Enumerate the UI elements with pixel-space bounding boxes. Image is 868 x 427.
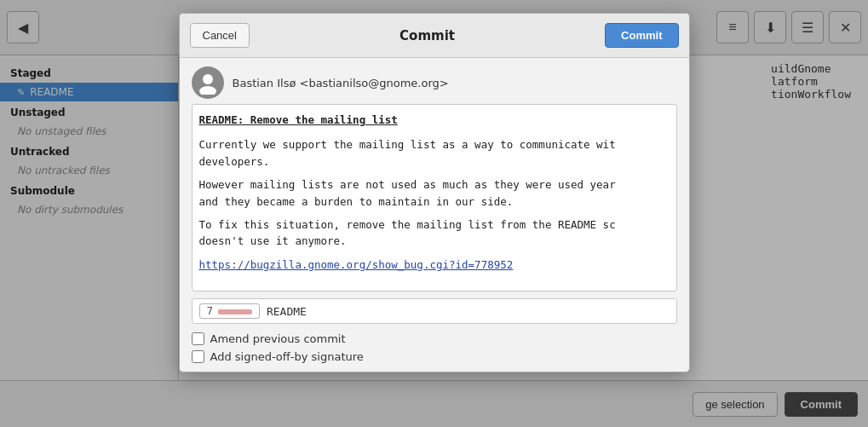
- file-name-label: README: [267, 305, 307, 318]
- msg-line-1: Currently we support the mailing list as…: [199, 136, 670, 153]
- msg-line-2: developers.: [199, 153, 670, 170]
- amend-checkbox-row[interactable]: Amend previous commit: [192, 332, 677, 345]
- amend-label: Amend previous commit: [210, 332, 346, 345]
- file-count-badge: 7: [199, 303, 260, 319]
- dialog-commit-button[interactable]: Commit: [605, 23, 678, 48]
- msg-spacer-1: [199, 170, 670, 176]
- signoff-checkbox-row[interactable]: Add signed-off-by signature: [192, 350, 677, 363]
- commit-dialog: Cancel Commit Commit Bastian Ilsø <basti…: [179, 13, 690, 372]
- commit-message-body: Currently we support the mailing list as…: [199, 136, 670, 273]
- message-title: README: Remove the mailing list: [199, 113, 398, 126]
- cancel-button[interactable]: Cancel: [190, 23, 250, 48]
- message-link: https://bugzilla.gnome.org/show_bug.cgi?…: [199, 258, 514, 271]
- commit-message-area[interactable]: README: Remove the mailing list Currentl…: [192, 104, 677, 291]
- msg-line-4: However mailing lists are not used as mu…: [199, 176, 670, 193]
- amend-checkbox[interactable]: [192, 332, 204, 345]
- msg-link: https://bugzilla.gnome.org/show_bug.cgi?…: [199, 257, 670, 273]
- modal-backdrop: Cancel Commit Commit Bastian Ilsø <basti…: [0, 0, 868, 427]
- signoff-checkbox[interactable]: [192, 350, 204, 363]
- dialog-title: Commit: [250, 28, 605, 43]
- dialog-checkboxes: Amend previous commit Add signed-off-by …: [180, 327, 689, 372]
- msg-spacer-2: [199, 210, 670, 216]
- msg-line-7: To fix this situation, remove the mailin…: [199, 216, 670, 233]
- svg-point-1: [199, 86, 216, 95]
- file-count-bar: [218, 309, 252, 314]
- avatar-icon: [196, 71, 220, 95]
- msg-spacer-3: [199, 250, 670, 257]
- avatar: [192, 66, 224, 99]
- dialog-user-row: Bastian Ilsø <bastianilso@gnome.org>: [180, 58, 689, 104]
- svg-point-0: [203, 74, 213, 84]
- file-count: 7: [207, 305, 214, 317]
- msg-line-5: and they became a burden to maintain in …: [199, 193, 670, 210]
- dialog-file-row: 7 README: [192, 298, 677, 324]
- signoff-label: Add signed-off-by signature: [210, 350, 364, 363]
- msg-line-8: doesn't use it anymore.: [199, 233, 670, 249]
- commit-message-title: README: Remove the mailing list: [199, 112, 670, 128]
- user-name: Bastian Ilsø <bastianilso@gnome.org>: [233, 77, 449, 89]
- dialog-titlebar: Cancel Commit Commit: [180, 14, 689, 58]
